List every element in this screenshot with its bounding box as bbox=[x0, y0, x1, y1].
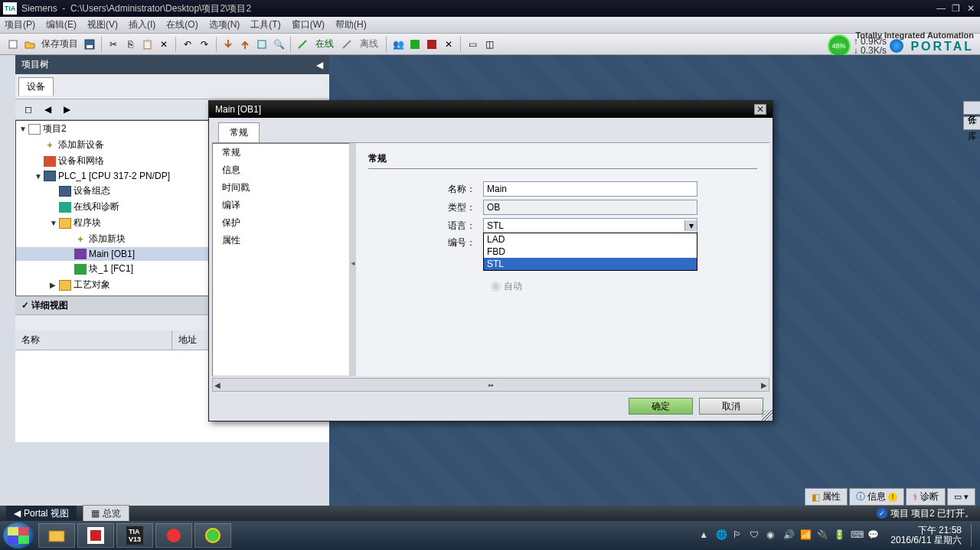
redo-icon[interactable]: ↷ bbox=[197, 37, 212, 52]
language-combobox[interactable]: STL ▾ bbox=[483, 218, 697, 233]
go-online-label[interactable]: 在线 bbox=[315, 37, 334, 50]
status-message: ✓ 项目 项目2 已打开。 bbox=[877, 507, 974, 520]
tray-safe-icon[interactable]: 🛡 bbox=[750, 529, 762, 542]
main-toolbar: 保存项目 ✂ ⎘ 📋 ✕ ↶ ↷ 🔍 在线 离线 👥 ✕ ▭ ◫ 48% ↑ 0… bbox=[0, 34, 980, 55]
collapse-tree-icon[interactable]: ◀ bbox=[316, 60, 323, 70]
task-explorer[interactable] bbox=[38, 523, 75, 548]
task-tia[interactable]: TIAV13 bbox=[116, 523, 153, 548]
minimize-button[interactable]: — bbox=[935, 3, 947, 14]
left-side-tab[interactable] bbox=[0, 55, 15, 506]
nav-attributes[interactable]: 属性 bbox=[213, 232, 349, 249]
lang-option-fbd[interactable]: FBD bbox=[484, 246, 697, 258]
menu-edit[interactable]: 编辑(E) bbox=[46, 18, 77, 31]
download-icon[interactable] bbox=[220, 37, 236, 52]
open-icon[interactable] bbox=[22, 37, 38, 52]
compile-icon[interactable] bbox=[254, 37, 270, 52]
cut-icon[interactable]: ✂ bbox=[106, 37, 121, 52]
tray-360-icon[interactable]: ◉ bbox=[766, 529, 779, 542]
task-app-red[interactable] bbox=[155, 523, 192, 548]
accessible-devices-icon[interactable]: 👥 bbox=[390, 37, 406, 52]
copy-icon[interactable]: ⎘ bbox=[122, 37, 138, 52]
overview-tab[interactable]: ▦总览 bbox=[83, 505, 129, 522]
paste-icon[interactable]: 📋 bbox=[139, 37, 155, 52]
tray-lang-icon[interactable]: 🌐 bbox=[716, 529, 728, 542]
portal-view-button[interactable]: ◀ Portal 视图 bbox=[6, 506, 77, 522]
delete-icon[interactable]: ✕ bbox=[156, 37, 172, 52]
section-title: 常规 bbox=[368, 152, 757, 169]
tree-back-icon[interactable]: ◀ bbox=[40, 102, 55, 117]
ok-button[interactable]: 确定 bbox=[629, 398, 693, 415]
maximize-button[interactable]: ❐ bbox=[950, 3, 962, 14]
close-button[interactable]: ✕ bbox=[965, 3, 977, 14]
menu-options[interactable]: 选项(N) bbox=[209, 18, 240, 31]
tray-flag-icon[interactable]: 🏳 bbox=[733, 529, 745, 542]
menu-window[interactable]: 窗口(W) bbox=[292, 18, 325, 31]
tab-properties[interactable]: ◧属性 bbox=[805, 488, 848, 506]
tray-ime-icon[interactable]: ⌨ bbox=[851, 529, 863, 542]
nav-general[interactable]: 常规 bbox=[213, 144, 349, 161]
tree-nav1-icon[interactable]: ◻ bbox=[21, 102, 36, 117]
tray-msg-icon[interactable]: 💬 bbox=[867, 529, 880, 542]
menu-view[interactable]: 视图(V) bbox=[87, 18, 118, 31]
nav-timestamp[interactable]: 时间戳 bbox=[213, 179, 349, 197]
right-tab-tasks[interactable]: 任务 bbox=[963, 101, 980, 115]
go-offline-label[interactable]: 离线 bbox=[360, 37, 378, 50]
devices-tab[interactable]: 设备 bbox=[18, 77, 54, 96]
dialog-hscroll[interactable]: ◀ ▪▪ ▶ bbox=[212, 378, 769, 392]
scroll-thumb[interactable]: ▪▪ bbox=[488, 381, 493, 389]
search-icon[interactable]: 🔍 bbox=[271, 37, 286, 52]
lang-option-lad[interactable]: LAD bbox=[484, 233, 697, 246]
task-browser[interactable] bbox=[194, 523, 231, 548]
cancel-button[interactable]: 取消 bbox=[699, 398, 763, 415]
show-desktop-button[interactable] bbox=[971, 524, 977, 547]
tray-usb-icon[interactable]: 🔌 bbox=[817, 529, 829, 542]
nav-compile[interactable]: 编译 bbox=[213, 197, 349, 214]
stop-cpu-icon[interactable] bbox=[424, 37, 439, 52]
dialog-title: Main [OB1] bbox=[215, 104, 261, 115]
dialog-close-button[interactable]: ✕ bbox=[754, 104, 766, 115]
input-name[interactable] bbox=[483, 181, 697, 197]
detail-col-name[interactable]: 名称 bbox=[15, 330, 172, 350]
undo-icon[interactable]: ↶ bbox=[180, 37, 195, 52]
right-tab-libs[interactable]: 库 bbox=[963, 116, 980, 130]
force-icon[interactable]: ✕ bbox=[441, 37, 456, 52]
scroll-left-icon[interactable]: ◀ bbox=[214, 381, 220, 389]
speed-percent: 48% bbox=[828, 34, 851, 57]
lang-option-stl[interactable]: STL bbox=[484, 258, 697, 270]
app-logo: TIA bbox=[3, 2, 17, 15]
task-pdf[interactable] bbox=[77, 523, 114, 548]
save-icon[interactable] bbox=[82, 37, 97, 52]
menu-project[interactable]: 项目(P) bbox=[5, 18, 35, 31]
go-online-icon[interactable] bbox=[295, 37, 310, 52]
dialog-splitter[interactable] bbox=[350, 143, 356, 376]
tray-up-icon[interactable]: ▲ bbox=[699, 529, 711, 542]
upload-icon[interactable] bbox=[237, 37, 253, 52]
split-h-icon[interactable]: ▭ bbox=[465, 37, 480, 52]
resize-grip[interactable] bbox=[762, 410, 773, 421]
taskbar-clock[interactable]: 下午 21:58 2016/6/11 星期六 bbox=[890, 526, 962, 545]
menu-insert[interactable]: 插入(I) bbox=[129, 18, 155, 31]
language-dropdown: LAD FBD STL bbox=[483, 233, 697, 271]
tray-power-icon[interactable]: 🔋 bbox=[834, 529, 846, 542]
dialog-tab-general[interactable]: 常规 bbox=[218, 122, 260, 142]
menu-online[interactable]: 在线(O) bbox=[166, 18, 198, 31]
tray-net-icon[interactable]: 📶 bbox=[800, 529, 812, 542]
tab-info[interactable]: ⓘ信息! bbox=[849, 488, 904, 506]
menu-help[interactable]: 帮助(H) bbox=[335, 18, 367, 31]
start-button[interactable] bbox=[3, 522, 34, 548]
menu-tools[interactable]: 工具(T) bbox=[250, 18, 280, 31]
dialog-titlebar[interactable]: Main [OB1] ✕ bbox=[209, 101, 773, 118]
split-v-icon[interactable]: ◫ bbox=[482, 37, 497, 52]
tab-collapse[interactable]: ▭ ▾ bbox=[947, 488, 975, 506]
nav-protection[interactable]: 保护 bbox=[213, 214, 349, 232]
separator bbox=[290, 37, 291, 52]
new-project-icon[interactable] bbox=[5, 37, 21, 52]
nav-info[interactable]: 信息 bbox=[213, 161, 349, 179]
tray-sound-icon[interactable]: 🔊 bbox=[783, 529, 795, 542]
chevron-down-icon[interactable]: ▾ bbox=[684, 220, 697, 231]
go-offline-icon[interactable] bbox=[339, 37, 354, 52]
tree-fwd-icon[interactable]: ▶ bbox=[60, 102, 75, 117]
scroll-right-icon[interactable]: ▶ bbox=[761, 381, 767, 389]
start-cpu-icon[interactable] bbox=[407, 37, 423, 52]
tab-diagnostics[interactable]: ⚕诊断 bbox=[906, 488, 946, 506]
